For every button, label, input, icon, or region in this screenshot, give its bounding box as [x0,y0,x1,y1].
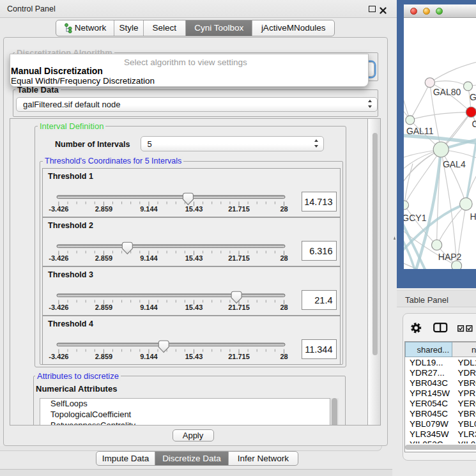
svg-text:21.715: 21.715 [228,303,250,311]
svg-text:28: 28 [280,205,288,213]
svg-text:9.144: 9.144 [140,353,158,360]
svg-text:2.859: 2.859 [95,254,113,262]
svg-text:HAP2: HAP2 [438,252,462,262]
svg-text:-3.426: -3.426 [49,254,68,262]
svg-text:C: C [472,119,476,129]
svg-text:15.43: 15.43 [185,353,203,360]
svg-text:2.859: 2.859 [95,303,113,311]
svg-text:GAL4: GAL4 [443,159,466,169]
svg-text:GCY1: GCY1 [404,213,427,223]
svg-text:21.715: 21.715 [228,353,250,360]
svg-text:15.43: 15.43 [185,303,203,311]
svg-text:28: 28 [280,303,288,311]
svg-text:2.859: 2.859 [95,205,113,213]
svg-text:9.144: 9.144 [140,303,158,311]
svg-text:2.859: 2.859 [95,353,113,360]
svg-text:21.715: 21.715 [228,205,250,213]
svg-text:9.144: 9.144 [140,205,158,213]
svg-text:GA: GA [470,92,476,102]
svg-text:9.144: 9.144 [140,254,158,262]
svg-text:H: H [470,211,476,222]
svg-text:15.43: 15.43 [185,254,203,262]
svg-text:-3.426: -3.426 [49,205,68,213]
svg-text:15.43: 15.43 [185,205,203,213]
svg-text:-3.426: -3.426 [49,353,68,360]
svg-text:21.715: 21.715 [228,254,250,262]
svg-text:28: 28 [280,254,288,262]
svg-text:28: 28 [280,353,288,360]
svg-text:GAL80: GAL80 [433,87,461,97]
svg-text:GAL11: GAL11 [406,126,434,136]
svg-text:-3.426: -3.426 [49,303,68,311]
